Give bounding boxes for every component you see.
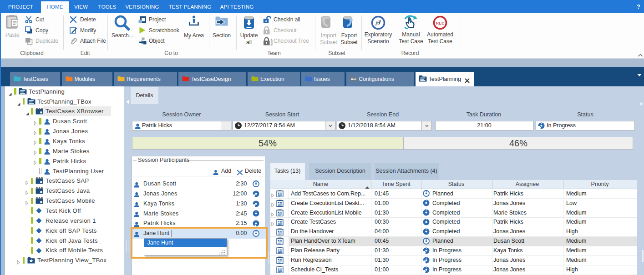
svg-text:REC: REC: [436, 21, 445, 25]
